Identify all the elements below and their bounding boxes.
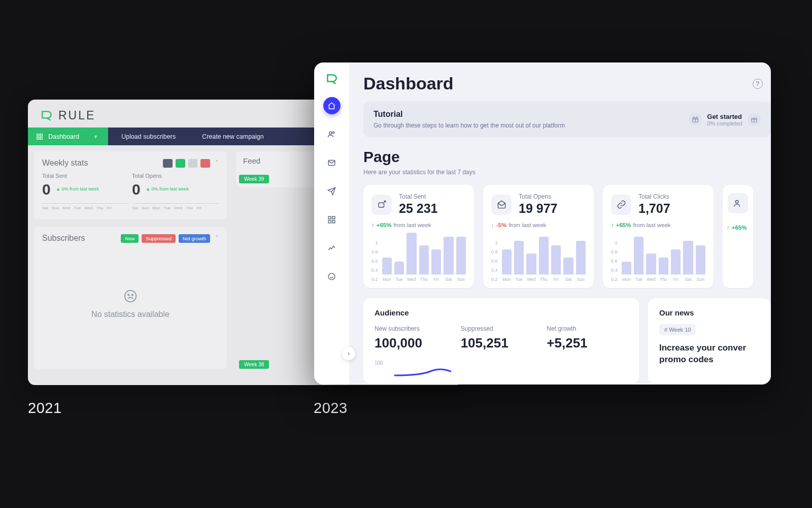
card-total-clicks[interactable]: Total Clicks 1,707 ↑ +65% from last week… <box>603 185 714 288</box>
audience-new-subscribers: New subscribers 100,000 <box>375 325 456 351</box>
weekly-pill-row: ˄ <box>163 159 219 168</box>
main-area: Dashboard ? Tutorial Go through these st… <box>349 62 771 385</box>
svg-point-6 <box>132 294 133 296</box>
svg-point-18 <box>735 200 738 203</box>
card-delta: ↑ +65% from last week <box>611 222 705 228</box>
arrow-down-icon: ↓ <box>491 222 494 228</box>
total-sent-label: Total Sent <box>42 173 129 179</box>
total-sent-value: 0 <box>42 181 51 198</box>
nav-create-campaign[interactable]: Create new campaign <box>189 128 277 145</box>
total-opens-label: Total Opens <box>132 173 219 179</box>
card-total-opens[interactable]: Total Opens 19 977 ↓ -5% from last week … <box>483 185 594 288</box>
empty-text: No statistics available <box>91 310 170 319</box>
arrow-up-icon: ↑ <box>727 225 730 231</box>
sidebar-home[interactable] <box>323 97 341 114</box>
card-extra[interactable]: ↑ +65% <box>723 185 753 288</box>
card-delta: ↓ -5% from last week <box>491 222 586 228</box>
audience-line-chart: 100 <box>375 360 628 379</box>
svg-rect-12 <box>328 220 331 223</box>
weekly-stats-title: Weekly stats <box>42 158 88 168</box>
weekly-pill-3[interactable] <box>188 159 198 168</box>
sidebar-send[interactable] <box>323 182 341 200</box>
sidebar-analytics[interactable] <box>323 239 341 257</box>
svg-rect-3 <box>40 137 42 139</box>
audience-title: Audience <box>375 308 628 317</box>
section-header: Page Here are your statistics for the la… <box>363 148 771 176</box>
arrow-up-icon: ↑ <box>611 222 614 228</box>
pill-net-growth[interactable]: Net growth <box>179 234 210 243</box>
tutorial-title: Tutorial <box>374 110 565 119</box>
arrow-up-icon: ↑ <box>371 222 375 228</box>
get-started-completed: 0% completed <box>707 120 742 126</box>
news-week-badge: # Week 10 <box>659 324 696 335</box>
tiny-axis-sent: SatSunMonTueWedThuFri <box>42 203 129 210</box>
card-value: 1,707 <box>638 201 670 216</box>
svg-point-8 <box>332 132 334 134</box>
sidebar-apps[interactable] <box>323 211 341 228</box>
help-button[interactable]: ? <box>753 79 763 89</box>
tutorial-progress: Get started 0% completed <box>689 113 761 126</box>
mini-bar-chart: 10.80.60.40.2 MonTueWedThuFriSatSun <box>491 233 586 282</box>
tutorial-banner[interactable]: Tutorial Go through these steps to learn… <box>363 102 771 137</box>
tutorial-subtitle: Go through these steps to learn how to g… <box>374 122 565 129</box>
card-value: 19 977 <box>519 201 557 216</box>
card-value: 25 231 <box>399 201 437 216</box>
card-delta: ↑ +65% from last week <box>371 222 466 228</box>
total-opens-block: Total Opens 0 ▲ 0% from last week SatSun… <box>132 173 219 210</box>
stat-value: 105,251 <box>461 335 542 351</box>
subscribers-empty-state: No statistics available <box>42 248 219 360</box>
subscribers-card: Subscribers New Suppressed Net growth ˄ <box>34 227 227 369</box>
total-sent-block: Total Sent 0 ▲ 0% from last week SatSunM… <box>42 173 129 210</box>
get-started-label: Get started <box>707 113 742 120</box>
nav-dashboard-label: Dashboard <box>48 133 79 140</box>
weekly-pill-2[interactable] <box>176 159 185 168</box>
card-label: Total Clicks <box>638 193 670 200</box>
chevron-up-icon[interactable]: ˄ <box>215 234 219 242</box>
grid-icon <box>36 133 43 140</box>
total-opens-delta: ▲ 0% from last week <box>146 186 189 192</box>
news-headline-1: Increase your conver <box>659 342 760 354</box>
sidebar-expand-button[interactable]: › <box>342 347 355 360</box>
stat-label: Suppressed <box>461 325 542 332</box>
new-app-window: › Dashboard ? Tutorial Go through these … <box>314 62 771 385</box>
weekly-stats-card: Weekly stats ˄ Total Sent 0 ▲ 0% from la… <box>34 151 227 219</box>
stat-value: +5,251 <box>547 335 628 351</box>
svg-rect-13 <box>332 220 335 223</box>
ytick-label: 100 <box>375 360 383 366</box>
nav-upload-subscribers[interactable]: Upload subscribers <box>108 128 189 145</box>
chevron-down-icon: ▾ <box>94 134 97 139</box>
stat-value: 100,000 <box>375 335 456 351</box>
sidebar-audience[interactable] <box>323 125 341 143</box>
sad-face-icon <box>123 289 138 304</box>
feed-week-38[interactable]: Week 38 <box>239 360 269 369</box>
svg-rect-0 <box>37 134 39 136</box>
nav-dashboard[interactable]: Dashboard ▾ <box>28 128 108 145</box>
mini-bar-chart: 10.80.60.40.2 MonTueWedThuFriSatSun <box>611 233 705 282</box>
weekly-pill-1[interactable] <box>163 159 173 168</box>
svg-rect-17 <box>379 203 384 207</box>
pill-suppressed[interactable]: Suppressed <box>142 234 176 243</box>
weekly-pill-4[interactable] <box>200 159 210 168</box>
card-label: Total Sent <box>399 193 437 200</box>
stat-cards-row: Total Sent 25 231 ↑ +65% from last week … <box>363 185 771 288</box>
page-title: Dashboard <box>363 74 454 93</box>
sidebar-mail[interactable] <box>323 154 341 171</box>
caption-2023: 2023 <box>314 400 348 417</box>
svg-point-4 <box>125 291 137 302</box>
mini-bar-chart: 10.80.60.40.2 MonTueWedThuFriSatSun <box>371 233 466 282</box>
audience-net-growth: Net growth +5,251 <box>547 325 628 351</box>
rule-logo-icon <box>325 73 339 86</box>
sidebar-support[interactable] <box>323 268 341 285</box>
rule-logo-icon <box>40 109 53 122</box>
gift-icon <box>748 113 761 126</box>
pill-new[interactable]: New <box>121 234 139 243</box>
page-header: Dashboard ? <box>363 74 771 93</box>
feed-week-39[interactable]: Week 39 <box>239 175 269 183</box>
caption-2021: 2021 <box>28 400 62 417</box>
card-label: Total Opens <box>519 193 557 200</box>
card-total-sent[interactable]: Total Sent 25 231 ↑ +65% from last week … <box>363 185 474 288</box>
audience-card[interactable]: Audience New subscribers 100,000 Suppres… <box>363 298 639 384</box>
chevron-up-icon[interactable]: ˄ <box>215 159 219 167</box>
section-title: Page <box>363 148 771 166</box>
news-card[interactable]: Our news # Week 10 Increase your conver … <box>648 298 771 384</box>
